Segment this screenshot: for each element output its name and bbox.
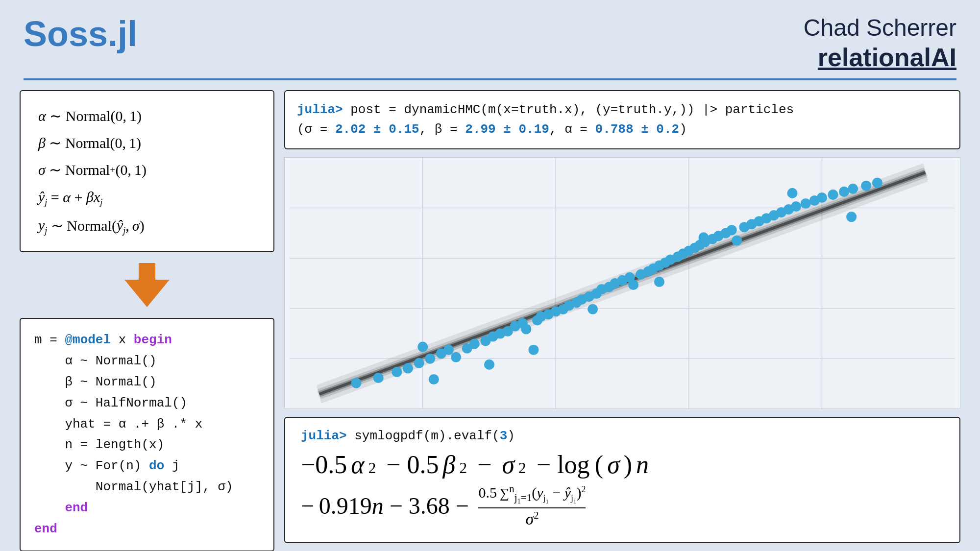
math-line-3: σ ∼ Normal+(0, 1) [38, 159, 256, 181]
arrow-container [20, 261, 274, 309]
svg-point-76 [817, 192, 827, 202]
svg-point-79 [848, 183, 858, 193]
company-underline: AI [931, 43, 956, 72]
svg-point-82 [528, 344, 539, 355]
main-content: α ∼ Normal(0, 1) β ∼ Normal(0, 1) σ ∼ No… [0, 80, 980, 551]
svg-point-86 [698, 232, 709, 242]
formula-row1: −0.5α2 − 0.5β2 − σ2 − log (σ)n [301, 450, 944, 479]
code-line-3: β ~ Normal() [34, 372, 260, 393]
svg-point-90 [429, 374, 439, 384]
svg-point-48 [628, 279, 638, 289]
formula-math: −0.5α2 − 0.5β2 − σ2 − log (σ)n − 0.919n … [301, 450, 944, 528]
svg-point-77 [828, 189, 838, 199]
code-line-9: end [34, 498, 260, 519]
svg-point-87 [588, 304, 598, 314]
formula-row2: − 0.919n − 3.68 − 0.5 ∑nj1=1(yj1 − ŷj1)2… [301, 483, 944, 528]
svg-point-74 [801, 198, 811, 209]
math-line-2: β ∼ Normal(0, 1) [38, 132, 256, 154]
svg-point-20 [425, 353, 435, 363]
svg-point-32 [521, 324, 531, 334]
repl-line-1: julia> post = dynamicHMC(m(x=truth.x), (… [297, 100, 948, 120]
math-line-4: ŷj = α + βxj [38, 186, 256, 209]
code-line-4: σ ~ HalfNormal() [34, 393, 260, 414]
svg-point-16 [373, 373, 384, 383]
svg-point-15 [351, 378, 361, 388]
math-line-1: α ∼ Normal(0, 1) [38, 105, 256, 127]
code-line-8: Normal(yhat[j], σ) [34, 477, 260, 498]
svg-point-78 [839, 186, 849, 196]
svg-point-18 [403, 363, 413, 373]
code-line-1: m = @model x begin [34, 330, 260, 351]
code-line-2: α ~ Normal() [34, 351, 260, 372]
formula-box: julia> symlogpdf(m).evalf(3) −0.5α2 − 0.… [284, 417, 960, 543]
svg-point-65 [732, 235, 742, 245]
code-line-6: n = length(x) [34, 434, 260, 455]
scatter-chart [284, 157, 960, 409]
company-text: relational [818, 43, 931, 72]
author-name: Chad Scherrer [804, 14, 956, 42]
arrow-head [124, 280, 170, 307]
svg-point-84 [846, 212, 857, 222]
code-line-7: y ~ For(n) do j [34, 455, 260, 477]
code-line-5: yhat = α .+ β .* x [34, 414, 260, 435]
svg-point-83 [654, 276, 664, 287]
code-box: m = @model x begin α ~ Normal() β ~ Norm… [20, 318, 274, 551]
author-block: Chad Scherrer relationalAI [804, 14, 956, 72]
svg-point-25 [469, 338, 480, 349]
svg-point-88 [484, 359, 494, 369]
svg-point-23 [451, 352, 461, 362]
code-line-10: end [34, 519, 260, 540]
formula-repl-line: julia> symlogpdf(m).evalf(3) [301, 429, 944, 443]
repl-line-2: (σ = 2.02 ± 0.15, β = 2.99 ± 0.19, α = 0… [297, 120, 948, 139]
author-company: relationalAI [804, 42, 956, 72]
left-column: α ∼ Normal(0, 1) β ∼ Normal(0, 1) σ ∼ No… [20, 90, 274, 543]
math-line-5: yj ∼ Normal(ŷj, σ) [38, 214, 256, 238]
fraction: 0.5 ∑nj1=1(yj1 − ŷj1)2 σ2 [478, 483, 586, 528]
repl-top-box: julia> post = dynamicHMC(m(x=truth.x), (… [284, 90, 960, 149]
logo: Soss.jl [24, 14, 137, 54]
svg-point-73 [791, 201, 801, 212]
right-column: julia> post = dynamicHMC(m(x=truth.x), (… [284, 90, 960, 543]
svg-point-17 [392, 366, 402, 377]
arrow-shaft [139, 263, 155, 280]
math-model-box: α ∼ Normal(0, 1) β ∼ Normal(0, 1) σ ∼ No… [20, 90, 274, 252]
svg-point-89 [417, 341, 428, 352]
svg-point-81 [872, 177, 882, 188]
svg-point-80 [861, 180, 871, 191]
svg-point-64 [727, 225, 737, 235]
svg-point-85 [787, 188, 797, 198]
svg-point-22 [443, 344, 454, 355]
svg-point-19 [414, 358, 424, 368]
chart-svg [285, 158, 960, 409]
